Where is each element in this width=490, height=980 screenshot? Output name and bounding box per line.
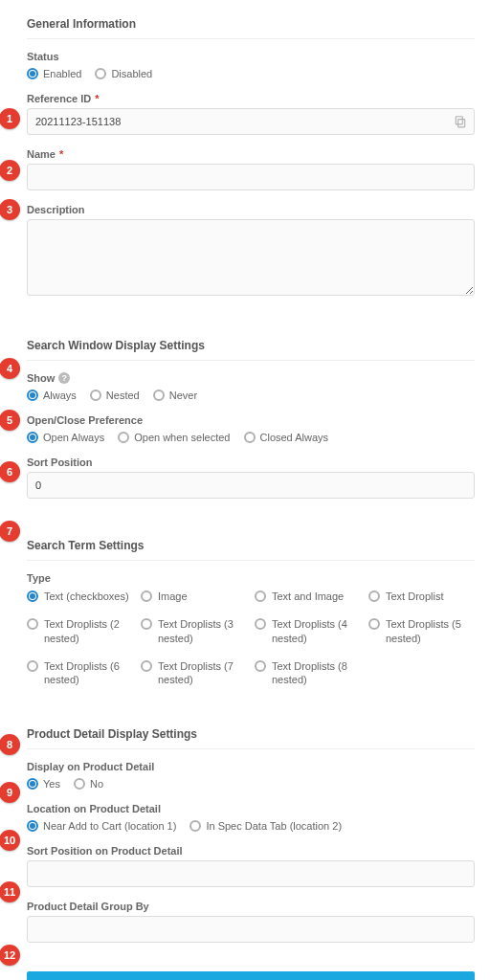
pd-sort-label: Sort Position on Product Detail [27,845,475,857]
name-label: Name [27,148,56,160]
status-disabled-option[interactable]: Disabled [95,68,152,79]
copy-icon[interactable] [454,114,467,129]
step-bubble-11: 11 [0,881,20,902]
openclose-option-openalways[interactable]: Open Always [27,432,104,443]
type-option[interactable]: Text Droplists (3 nested) [141,617,247,646]
type-option[interactable]: Text Droplist [368,590,475,604]
radio-empty-icon [368,618,380,630]
pd-display-opt-label: No [90,778,103,790]
openclose-label: Open/Close Preference [27,414,475,426]
pd-display-opt-label: Yes [43,778,60,790]
radio-empty-icon [95,68,106,79]
radio-empty-icon [189,820,201,832]
type-option[interactable]: Text Droplists (5 nested) [368,617,475,646]
radio-checked-icon [27,68,38,79]
radio-empty-icon [368,590,380,602]
section-title-pdds: Product Detail Display Settings [27,722,475,749]
radio-empty-icon [244,432,256,443]
help-icon[interactable]: ? [58,372,70,384]
step-bubble-6: 6 [0,461,20,482]
reference-group: Reference ID * [27,93,475,135]
show-opt-label: Always [43,390,77,401]
step-bubble-7: 7 [0,521,20,542]
show-label: Show [27,372,55,384]
show-option-always[interactable]: Always [27,390,77,401]
section-title-general: General Information [27,11,475,39]
type-option[interactable]: Text and Image [255,590,361,604]
pd-sort-input[interactable] [27,860,475,887]
type-option[interactable]: Text Droplists (7 nested) [141,659,247,688]
radio-empty-icon [27,660,38,672]
radio-empty-icon [255,618,266,630]
step-bubble-2: 2 [0,160,20,181]
description-input[interactable] [27,219,475,296]
step-bubble-8: 8 [0,734,20,755]
status-enabled-option[interactable]: Enabled [27,68,81,79]
sortposition-group: Sort Position [27,457,475,499]
svg-rect-1 [456,117,462,124]
show-group: Show ? Always Nested Never [27,372,475,401]
radio-empty-icon [255,660,266,672]
type-label: Type [27,572,475,584]
reference-input[interactable] [27,108,475,135]
type-opt-label: Text Droplists (6 nested) [44,659,133,688]
radio-checked-icon [27,778,38,790]
required-mark: * [59,148,63,160]
type-opt-label: Text and Image [272,590,344,604]
openclose-option-closedalways[interactable]: Closed Always [244,432,329,443]
status-label: Status [27,51,475,62]
radio-checked-icon [27,590,38,602]
pd-location-opt2[interactable]: In Spec Data Tab (location 2) [189,820,342,832]
radio-checked-icon [27,432,38,443]
step-bubble-12: 12 [0,945,20,966]
pd-display-group: Display on Product Detail Yes No [27,761,475,790]
type-opt-label: Text Droplists (8 nested) [272,659,361,688]
type-option[interactable]: Text Droplists (4 nested) [255,617,361,646]
svg-rect-0 [458,120,465,127]
pd-sort-group: Sort Position on Product Detail [27,845,475,887]
pd-location-group: Location on Product Detail Near Add to C… [27,803,475,832]
status-disabled-label: Disabled [111,68,152,79]
radio-empty-icon [90,390,101,401]
type-opt-label: Image [158,590,188,604]
oc-opt-label: Closed Always [260,432,329,443]
step-bubble-5: 5 [0,410,20,431]
name-group: Name * [27,148,475,190]
type-opt-label: Text Droplist [386,590,444,604]
radio-empty-icon [27,618,38,630]
oc-opt-label: Open Always [43,432,104,443]
pd-location-opt-label: Near Add to Cart (location 1) [43,820,176,832]
pd-display-yes[interactable]: Yes [27,778,60,790]
type-option[interactable]: Text Droplists (8 nested) [255,659,361,688]
status-group: Status Enabled Disabled [27,51,475,79]
show-opt-label: Nested [106,390,140,401]
pd-groupby-group: Product Detail Group By [27,901,475,943]
step-bubble-1: 1 [0,108,20,129]
pd-groupby-label: Product Detail Group By [27,901,475,912]
radio-empty-icon [141,660,152,672]
section-title-sts: Search Term Settings [27,533,475,561]
type-option[interactable]: Text Droplists (6 nested) [27,659,133,688]
type-option[interactable]: Text Droplists (2 nested) [27,617,133,646]
show-option-nested[interactable]: Nested [90,390,140,401]
pd-groupby-input[interactable] [27,916,475,943]
openclose-option-openwhenselected[interactable]: Open when selected [118,432,230,443]
step-bubble-9: 9 [0,782,20,803]
radio-checked-icon [27,390,38,401]
sortposition-input[interactable] [27,472,475,499]
pd-display-no[interactable]: No [74,778,103,790]
radio-empty-icon [255,590,266,602]
type-opt-label: Text Droplists (5 nested) [386,617,475,646]
pd-location-opt-label: In Spec Data Tab (location 2) [206,820,342,832]
type-option[interactable]: Image [141,590,247,604]
step-bubble-10: 10 [0,830,20,851]
pd-location-opt1[interactable]: Near Add to Cart (location 1) [27,820,176,832]
reference-label: Reference ID [27,93,91,104]
save-button[interactable]: Save Search Group [27,971,475,980]
sortposition-label: Sort Position [27,457,475,468]
name-input[interactable] [27,164,475,190]
show-option-never[interactable]: Never [153,390,197,401]
step-bubble-4: 4 [0,358,20,379]
type-option[interactable]: Text (checkboxes) [27,590,133,604]
radio-empty-icon [118,432,129,443]
